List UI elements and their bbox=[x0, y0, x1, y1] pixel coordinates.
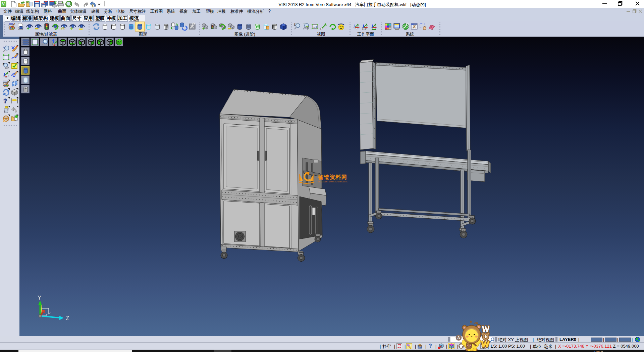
svg-text:Z: Z bbox=[66, 315, 69, 321]
svg-text:?: ? bbox=[3, 97, 7, 104]
svg-text:+: + bbox=[202, 26, 205, 31]
svg-text:+/-: +/- bbox=[61, 27, 65, 31]
svg-text:+: + bbox=[27, 26, 30, 31]
svg-text:+: + bbox=[70, 26, 73, 31]
svg-text:INTELLIGENT MANUFACTURING DATA: INTELLIGENT MANUFACTURING DATA bbox=[318, 181, 347, 183]
svg-text:±: ± bbox=[3, 62, 4, 65]
svg-text:±: ± bbox=[294, 23, 296, 26]
svg-text:1:1: 1:1 bbox=[313, 25, 317, 28]
svg-text:A: A bbox=[457, 336, 460, 340]
svg-text:Y: Y bbox=[38, 295, 41, 301]
svg-text:智造资料网: 智造资料网 bbox=[318, 174, 347, 180]
svg-text:V: V bbox=[2, 2, 5, 6]
